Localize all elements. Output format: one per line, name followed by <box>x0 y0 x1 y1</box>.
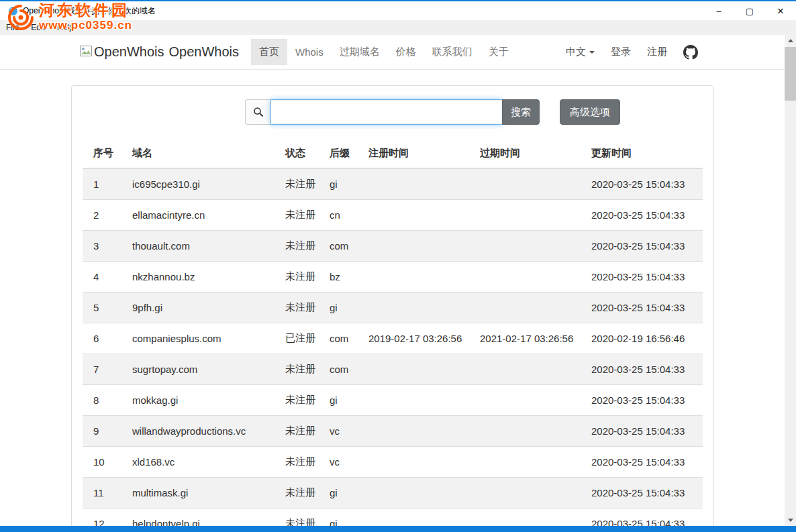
search-input[interactable] <box>270 99 503 125</box>
cell-index: 1 <box>83 168 127 200</box>
table-row: 59pfh.gi未注册gi2020-03-25 15:04:33 <box>83 292 703 323</box>
broken-image-icon <box>80 44 92 60</box>
nav-item-home[interactable]: 首页 <box>251 39 287 65</box>
cell-updated: 2020-03-25 15:04:33 <box>586 447 703 478</box>
cell-updated: 2020-03-25 15:04:33 <box>586 168 703 200</box>
nav-items: 首页 Whois 过期域名 价格 联系我们 关于 <box>251 39 517 65</box>
cell-updated: 2020-03-25 15:04:33 <box>586 478 703 509</box>
cell-status: 未注册 <box>280 385 324 416</box>
menu-help[interactable]: Help <box>51 20 80 35</box>
cell-domain: helpdontyelp.gi <box>127 509 280 527</box>
app-window: OpenWhois 找到并拥有你喜欢的域名 – ▢ ✕ File Edit He… <box>0 0 796 532</box>
cell-suffix: vc <box>324 416 363 447</box>
cell-suffix: bz <box>324 262 363 292</box>
cell-status: 未注册 <box>280 200 324 231</box>
cell-index: 6 <box>83 323 127 354</box>
search-icon <box>245 99 270 125</box>
cell-status: 未注册 <box>280 416 324 447</box>
app-icon <box>8 6 18 16</box>
cell-expires <box>475 509 586 527</box>
cell-suffix: gi <box>324 385 363 416</box>
advanced-options-button[interactable]: 高级选项 <box>560 99 620 125</box>
nav-item-whois[interactable]: Whois <box>287 40 332 64</box>
cell-index: 10 <box>83 447 127 478</box>
cell-updated: 2020-03-25 15:04:33 <box>586 231 703 262</box>
cell-status: 未注册 <box>280 231 324 262</box>
nav-item-contact[interactable]: 联系我们 <box>424 39 481 65</box>
window-title: OpenWhois 找到并拥有你喜欢的域名 <box>23 5 156 17</box>
cell-index: 11 <box>83 478 127 509</box>
content-area: OpenWhois OpenWhois 首页 Whois 过期域名 价格 联系我… <box>0 35 796 526</box>
table-row: 8mokkag.gi未注册gi2020-03-25 15:04:33 <box>83 385 703 416</box>
cell-expires <box>475 231 586 262</box>
cell-status: 未注册 <box>280 168 324 200</box>
cell-status: 未注册 <box>280 447 324 478</box>
table-header-row: 序号域名状态后缀注册时间过期时间更新时间 <box>83 139 703 168</box>
cell-domain: companiesplus.com <box>127 323 280 354</box>
brand-text: OpenWhois <box>169 44 240 60</box>
cell-domain: willandwayproductions.vc <box>127 416 280 447</box>
domain-table: 序号域名状态后缀注册时间过期时间更新时间 1ic695cpe310.gi未注册g… <box>83 139 703 526</box>
cell-index: 8 <box>83 385 127 416</box>
github-icon[interactable] <box>683 45 698 60</box>
cell-expires <box>475 416 586 447</box>
table-row: 2ellamacintyre.cn未注册cn2020-03-25 15:04:3… <box>83 200 703 231</box>
chevron-down-icon <box>589 51 595 54</box>
scrollbar-up-arrow[interactable] <box>785 35 796 46</box>
close-button[interactable]: ✕ <box>765 1 796 20</box>
cell-status: 未注册 <box>280 292 324 323</box>
cell-registered <box>363 292 475 323</box>
cell-suffix: vc <box>324 447 363 478</box>
menu-file[interactable]: File <box>0 20 25 35</box>
cell-registered <box>363 385 475 416</box>
cell-updated: 2020-03-25 15:04:33 <box>586 385 703 416</box>
table-row: 6companiesplus.com已注册com2019-02-17 03:26… <box>83 323 703 354</box>
menu-bar: File Edit Help <box>0 20 796 35</box>
window-bottom-border <box>0 526 796 532</box>
cell-suffix: gi <box>324 292 363 323</box>
cell-status: 未注册 <box>280 262 324 292</box>
nav-right-group: 中文 登录 注册 <box>566 45 698 60</box>
cell-updated: 2020-02-19 16:56:46 <box>586 323 703 354</box>
cell-status: 未注册 <box>280 509 324 527</box>
window-controls: – ▢ ✕ <box>703 1 796 20</box>
menu-edit[interactable]: Edit <box>25 20 51 35</box>
table-row: 11multimask.gi未注册gi2020-03-25 15:04:33 <box>83 478 703 509</box>
language-dropdown[interactable]: 中文 <box>566 46 595 58</box>
nav-item-pricing[interactable]: 价格 <box>388 39 424 65</box>
cell-expires <box>475 292 586 323</box>
scrollbar[interactable] <box>785 35 796 526</box>
brand-link[interactable]: OpenWhois OpenWhois <box>80 44 239 60</box>
scrollbar-thumb[interactable] <box>785 47 796 101</box>
cell-index: 9 <box>83 416 127 447</box>
login-link[interactable]: 登录 <box>611 46 631 58</box>
cell-registered <box>363 478 475 509</box>
column-header-registered: 注册时间 <box>363 139 475 168</box>
maximize-button[interactable]: ▢ <box>734 1 765 20</box>
cell-expires <box>475 354 586 385</box>
nav-item-expired-domains[interactable]: 过期域名 <box>332 39 388 65</box>
cell-registered: 2019-02-17 03:26:56 <box>363 323 475 354</box>
cell-domain: xld168.vc <box>127 447 280 478</box>
cell-expires <box>475 385 586 416</box>
cell-registered <box>363 416 475 447</box>
search-button[interactable]: 搜索 <box>502 99 540 125</box>
main-card: 搜索 高级选项 序号域名状态后缀注册时间过期时间更新时间 1ic695cpe31… <box>71 85 714 526</box>
nav-item-about[interactable]: 关于 <box>481 39 517 65</box>
cell-domain: sugrtopay.com <box>127 354 280 385</box>
cell-index: 2 <box>83 200 127 231</box>
table-row: 3thouault.com未注册com2020-03-25 15:04:33 <box>83 231 703 262</box>
register-link[interactable]: 注册 <box>647 46 667 58</box>
table-row: 9willandwayproductions.vc未注册vc2020-03-25… <box>83 416 703 447</box>
cell-expires <box>475 262 586 292</box>
cell-index: 5 <box>83 292 127 323</box>
cell-index: 3 <box>83 231 127 262</box>
scrollbar-down-arrow[interactable] <box>785 515 796 526</box>
minimize-button[interactable]: – <box>703 1 734 20</box>
column-header-expires: 过期时间 <box>475 139 586 168</box>
table-row: 12helpdontyelp.gi未注册gi2020-03-25 15:04:3… <box>83 509 703 527</box>
cell-index: 4 <box>83 262 127 292</box>
search-bar: 搜索 高级选项 <box>245 99 703 125</box>
cell-registered <box>363 509 475 527</box>
cell-suffix: com <box>324 354 363 385</box>
